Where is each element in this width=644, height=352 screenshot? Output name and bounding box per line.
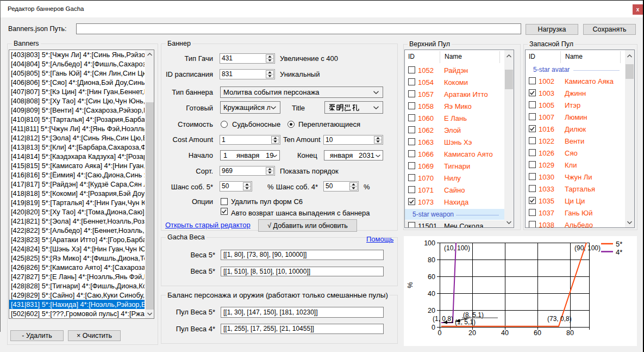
svg-text:80: 80	[428, 256, 435, 264]
svg-text:60: 60	[534, 329, 541, 337]
svg-text:(73, 0,8): (73, 0,8)	[547, 315, 572, 323]
svg-text:(1, 5,1): (1, 5,1)	[455, 318, 476, 326]
svg-text:0: 0	[432, 324, 435, 331]
svg-text:5*: 5*	[616, 240, 622, 248]
svg-text:(1, 0,8): (1, 0,8)	[433, 315, 453, 323]
svg-text:60: 60	[428, 273, 435, 281]
svg-text:80: 80	[566, 329, 574, 337]
svg-text:%: %	[406, 282, 414, 288]
svg-text:40: 40	[428, 290, 435, 298]
svg-text:20: 20	[428, 307, 435, 314]
svg-text:(10, 100): (10, 100)	[444, 244, 470, 252]
svg-text:4*: 4*	[616, 248, 622, 256]
svg-text:100: 100	[424, 239, 435, 247]
svg-text:40: 40	[501, 329, 509, 337]
svg-text:(90, 100): (90, 100)	[574, 244, 601, 252]
svg-text:0: 0	[438, 329, 442, 337]
svg-text:20: 20	[468, 329, 476, 337]
